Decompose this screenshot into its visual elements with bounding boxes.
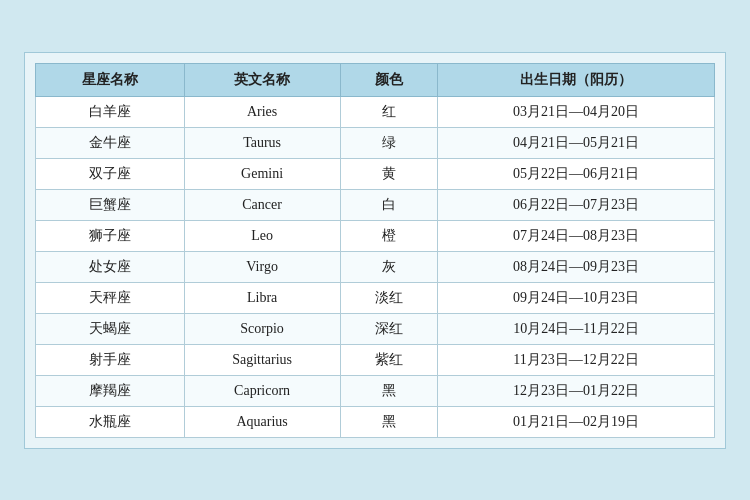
cell-chinese-name: 狮子座: [36, 220, 185, 251]
cell-date: 06月22日—07月23日: [437, 189, 714, 220]
header-english-name: 英文名称: [184, 63, 340, 96]
cell-date: 12月23日—01月22日: [437, 375, 714, 406]
zodiac-table: 星座名称 英文名称 颜色 出生日期（阳历） 白羊座Aries红03月21日—04…: [35, 63, 715, 438]
cell-chinese-name: 水瓶座: [36, 406, 185, 437]
cell-english-name: Libra: [184, 282, 340, 313]
table-row: 摩羯座Capricorn黑12月23日—01月22日: [36, 375, 715, 406]
main-container: 星座名称 英文名称 颜色 出生日期（阳历） 白羊座Aries红03月21日—04…: [24, 52, 726, 449]
cell-color: 绿: [340, 127, 437, 158]
table-row: 巨蟹座Cancer白06月22日—07月23日: [36, 189, 715, 220]
cell-color: 白: [340, 189, 437, 220]
cell-chinese-name: 处女座: [36, 251, 185, 282]
cell-english-name: Aries: [184, 96, 340, 127]
cell-english-name: Taurus: [184, 127, 340, 158]
table-row: 处女座Virgo灰08月24日—09月23日: [36, 251, 715, 282]
cell-date: 07月24日—08月23日: [437, 220, 714, 251]
cell-date: 01月21日—02月19日: [437, 406, 714, 437]
header-color: 颜色: [340, 63, 437, 96]
cell-date: 09月24日—10月23日: [437, 282, 714, 313]
cell-date: 03月21日—04月20日: [437, 96, 714, 127]
cell-english-name: Capricorn: [184, 375, 340, 406]
cell-color: 橙: [340, 220, 437, 251]
cell-color: 红: [340, 96, 437, 127]
cell-chinese-name: 天蝎座: [36, 313, 185, 344]
table-header-row: 星座名称 英文名称 颜色 出生日期（阳历）: [36, 63, 715, 96]
cell-chinese-name: 射手座: [36, 344, 185, 375]
cell-date: 05月22日—06月21日: [437, 158, 714, 189]
cell-color: 淡红: [340, 282, 437, 313]
table-row: 白羊座Aries红03月21日—04月20日: [36, 96, 715, 127]
cell-english-name: Cancer: [184, 189, 340, 220]
table-row: 金牛座Taurus绿04月21日—05月21日: [36, 127, 715, 158]
table-body: 白羊座Aries红03月21日—04月20日金牛座Taurus绿04月21日—0…: [36, 96, 715, 437]
cell-english-name: Leo: [184, 220, 340, 251]
cell-chinese-name: 白羊座: [36, 96, 185, 127]
cell-color: 紫红: [340, 344, 437, 375]
cell-chinese-name: 双子座: [36, 158, 185, 189]
cell-color: 深红: [340, 313, 437, 344]
cell-color: 灰: [340, 251, 437, 282]
cell-chinese-name: 摩羯座: [36, 375, 185, 406]
header-date: 出生日期（阳历）: [437, 63, 714, 96]
cell-chinese-name: 金牛座: [36, 127, 185, 158]
cell-english-name: Aquarius: [184, 406, 340, 437]
table-row: 天秤座Libra淡红09月24日—10月23日: [36, 282, 715, 313]
table-row: 狮子座Leo橙07月24日—08月23日: [36, 220, 715, 251]
cell-color: 黑: [340, 406, 437, 437]
cell-date: 04月21日—05月21日: [437, 127, 714, 158]
cell-chinese-name: 天秤座: [36, 282, 185, 313]
cell-english-name: Gemini: [184, 158, 340, 189]
cell-date: 08月24日—09月23日: [437, 251, 714, 282]
cell-date: 11月23日—12月22日: [437, 344, 714, 375]
cell-chinese-name: 巨蟹座: [36, 189, 185, 220]
header-chinese-name: 星座名称: [36, 63, 185, 96]
cell-color: 黑: [340, 375, 437, 406]
cell-english-name: Scorpio: [184, 313, 340, 344]
cell-color: 黄: [340, 158, 437, 189]
table-row: 射手座Sagittarius紫红11月23日—12月22日: [36, 344, 715, 375]
table-row: 双子座Gemini黄05月22日—06月21日: [36, 158, 715, 189]
cell-english-name: Virgo: [184, 251, 340, 282]
table-row: 天蝎座Scorpio深红10月24日—11月22日: [36, 313, 715, 344]
cell-english-name: Sagittarius: [184, 344, 340, 375]
cell-date: 10月24日—11月22日: [437, 313, 714, 344]
table-row: 水瓶座Aquarius黑01月21日—02月19日: [36, 406, 715, 437]
